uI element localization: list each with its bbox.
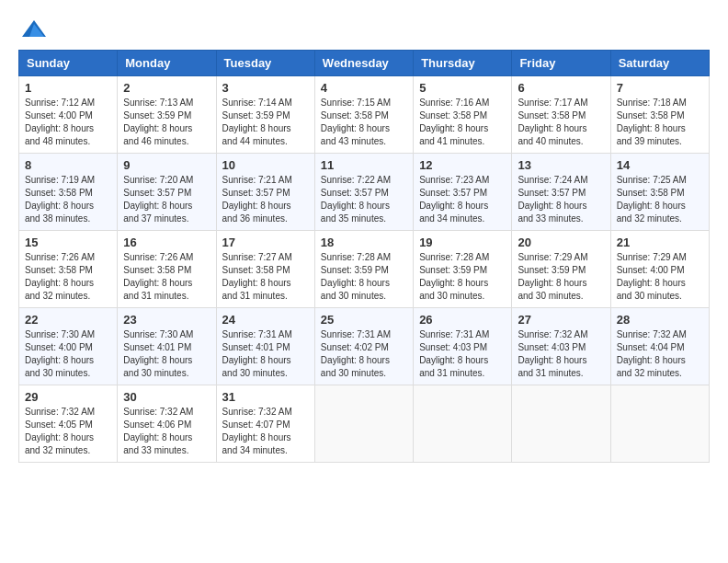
weekday-header: Monday bbox=[118, 51, 216, 76]
day-number: 17 bbox=[222, 236, 309, 249]
day-info: Sunrise: 7:14 AM Sunset: 3:59 PM Dayligh… bbox=[222, 97, 309, 148]
day-number: 2 bbox=[123, 81, 210, 95]
day-info: Sunrise: 7:22 AM Sunset: 3:57 PM Dayligh… bbox=[321, 174, 407, 225]
day-number: 1 bbox=[25, 81, 111, 95]
calendar-day-cell: 13 Sunrise: 7:24 AM Sunset: 3:57 PM Dayl… bbox=[512, 154, 610, 231]
day-info: Sunrise: 7:15 AM Sunset: 3:58 PM Dayligh… bbox=[321, 97, 407, 148]
day-info: Sunrise: 7:21 AM Sunset: 3:57 PM Dayligh… bbox=[222, 174, 309, 225]
calendar-day-cell: 31 Sunrise: 7:32 AM Sunset: 4:07 PM Dayl… bbox=[216, 385, 314, 463]
calendar-day-cell: 24 Sunrise: 7:31 AM Sunset: 4:01 PM Dayl… bbox=[216, 308, 314, 385]
weekday-header: Thursday bbox=[414, 51, 512, 76]
calendar-day-cell: 15 Sunrise: 7:26 AM Sunset: 3:58 PM Dayl… bbox=[19, 231, 118, 308]
calendar-week-row: 22 Sunrise: 7:30 AM Sunset: 4:00 PM Dayl… bbox=[19, 308, 710, 385]
day-number: 14 bbox=[617, 158, 703, 172]
day-info: Sunrise: 7:27 AM Sunset: 3:58 PM Dayligh… bbox=[222, 251, 309, 303]
day-number: 6 bbox=[518, 81, 604, 95]
day-number: 7 bbox=[617, 81, 703, 95]
calendar-empty-cell bbox=[512, 385, 610, 463]
calendar-day-cell: 7 Sunrise: 7:18 AM Sunset: 3:58 PM Dayli… bbox=[610, 76, 709, 154]
day-info: Sunrise: 7:32 AM Sunset: 4:03 PM Dayligh… bbox=[518, 328, 604, 380]
day-number: 23 bbox=[123, 313, 210, 327]
calendar-day-cell: 14 Sunrise: 7:25 AM Sunset: 3:58 PM Dayl… bbox=[610, 154, 709, 231]
calendar-day-cell: 11 Sunrise: 7:22 AM Sunset: 3:57 PM Dayl… bbox=[314, 154, 413, 231]
day-number: 10 bbox=[222, 158, 309, 172]
calendar-day-cell: 12 Sunrise: 7:23 AM Sunset: 3:57 PM Dayl… bbox=[414, 154, 512, 231]
weekday-header: Tuesday bbox=[216, 51, 314, 76]
day-number: 28 bbox=[617, 313, 703, 327]
logo-icon bbox=[20, 18, 48, 40]
calendar-empty-cell bbox=[414, 385, 512, 463]
day-info: Sunrise: 7:23 AM Sunset: 3:57 PM Dayligh… bbox=[419, 174, 506, 225]
day-info: Sunrise: 7:30 AM Sunset: 4:00 PM Dayligh… bbox=[25, 328, 111, 380]
calendar-empty-cell bbox=[610, 385, 709, 463]
day-info: Sunrise: 7:13 AM Sunset: 3:59 PM Dayligh… bbox=[123, 97, 210, 148]
day-number: 12 bbox=[419, 158, 506, 172]
calendar-day-cell: 22 Sunrise: 7:30 AM Sunset: 4:00 PM Dayl… bbox=[19, 308, 118, 385]
day-info: Sunrise: 7:29 AM Sunset: 4:00 PM Dayligh… bbox=[617, 251, 703, 303]
day-info: Sunrise: 7:20 AM Sunset: 3:57 PM Dayligh… bbox=[123, 174, 210, 225]
calendar-day-cell: 29 Sunrise: 7:32 AM Sunset: 4:05 PM Dayl… bbox=[19, 385, 118, 463]
day-number: 20 bbox=[518, 236, 604, 249]
day-number: 18 bbox=[321, 236, 407, 249]
day-number: 27 bbox=[518, 313, 604, 327]
day-number: 13 bbox=[518, 158, 604, 172]
day-info: Sunrise: 7:18 AM Sunset: 3:58 PM Dayligh… bbox=[617, 97, 703, 148]
calendar-day-cell: 4 Sunrise: 7:15 AM Sunset: 3:58 PM Dayli… bbox=[314, 76, 413, 154]
calendar-day-cell: 6 Sunrise: 7:17 AM Sunset: 3:58 PM Dayli… bbox=[512, 76, 610, 154]
day-info: Sunrise: 7:32 AM Sunset: 4:04 PM Dayligh… bbox=[617, 328, 703, 380]
day-number: 8 bbox=[25, 158, 111, 172]
calendar-table: SundayMondayTuesdayWednesdayThursdayFrid… bbox=[18, 50, 710, 463]
day-info: Sunrise: 7:30 AM Sunset: 4:01 PM Dayligh… bbox=[123, 328, 210, 380]
calendar-week-row: 29 Sunrise: 7:32 AM Sunset: 4:05 PM Dayl… bbox=[19, 385, 710, 463]
day-number: 21 bbox=[617, 236, 703, 249]
day-info: Sunrise: 7:24 AM Sunset: 3:57 PM Dayligh… bbox=[518, 174, 604, 225]
day-info: Sunrise: 7:16 AM Sunset: 3:58 PM Dayligh… bbox=[419, 97, 506, 148]
day-number: 15 bbox=[25, 236, 111, 249]
day-number: 29 bbox=[25, 390, 111, 404]
calendar-day-cell: 27 Sunrise: 7:32 AM Sunset: 4:03 PM Dayl… bbox=[512, 308, 610, 385]
day-info: Sunrise: 7:29 AM Sunset: 3:59 PM Dayligh… bbox=[518, 251, 604, 303]
calendar-day-cell: 3 Sunrise: 7:14 AM Sunset: 3:59 PM Dayli… bbox=[216, 76, 314, 154]
day-info: Sunrise: 7:19 AM Sunset: 3:58 PM Dayligh… bbox=[25, 174, 111, 225]
calendar-week-row: 1 Sunrise: 7:12 AM Sunset: 4:00 PM Dayli… bbox=[19, 76, 710, 154]
weekday-header: Friday bbox=[512, 51, 610, 76]
calendar-day-cell: 19 Sunrise: 7:28 AM Sunset: 3:59 PM Dayl… bbox=[414, 231, 512, 308]
day-number: 22 bbox=[25, 313, 111, 327]
day-info: Sunrise: 7:28 AM Sunset: 3:59 PM Dayligh… bbox=[321, 251, 407, 303]
day-number: 19 bbox=[419, 236, 506, 249]
calendar-week-row: 15 Sunrise: 7:26 AM Sunset: 3:58 PM Dayl… bbox=[19, 231, 710, 308]
day-info: Sunrise: 7:28 AM Sunset: 3:59 PM Dayligh… bbox=[419, 251, 506, 303]
calendar-day-cell: 21 Sunrise: 7:29 AM Sunset: 4:00 PM Dayl… bbox=[610, 231, 709, 308]
day-number: 25 bbox=[321, 313, 407, 327]
day-info: Sunrise: 7:32 AM Sunset: 4:07 PM Dayligh… bbox=[222, 406, 309, 457]
day-info: Sunrise: 7:32 AM Sunset: 4:06 PM Dayligh… bbox=[123, 406, 210, 457]
calendar-day-cell: 20 Sunrise: 7:29 AM Sunset: 3:59 PM Dayl… bbox=[512, 231, 610, 308]
logo bbox=[18, 18, 48, 40]
day-info: Sunrise: 7:31 AM Sunset: 4:03 PM Dayligh… bbox=[419, 328, 506, 380]
calendar-day-cell: 25 Sunrise: 7:31 AM Sunset: 4:02 PM Dayl… bbox=[314, 308, 413, 385]
day-info: Sunrise: 7:12 AM Sunset: 4:00 PM Dayligh… bbox=[25, 97, 111, 148]
calendar-day-cell: 23 Sunrise: 7:30 AM Sunset: 4:01 PM Dayl… bbox=[118, 308, 216, 385]
calendar-day-cell: 26 Sunrise: 7:31 AM Sunset: 4:03 PM Dayl… bbox=[414, 308, 512, 385]
day-number: 31 bbox=[222, 390, 309, 404]
day-info: Sunrise: 7:26 AM Sunset: 3:58 PM Dayligh… bbox=[25, 251, 111, 303]
day-number: 9 bbox=[123, 158, 210, 172]
calendar-day-cell: 8 Sunrise: 7:19 AM Sunset: 3:58 PM Dayli… bbox=[19, 154, 118, 231]
day-number: 24 bbox=[222, 313, 309, 327]
day-number: 30 bbox=[123, 390, 210, 404]
weekday-header: Sunday bbox=[19, 51, 118, 76]
calendar-day-cell: 30 Sunrise: 7:32 AM Sunset: 4:06 PM Dayl… bbox=[118, 385, 216, 463]
weekday-header: Saturday bbox=[610, 51, 709, 76]
calendar-empty-cell bbox=[314, 385, 413, 463]
day-number: 16 bbox=[123, 236, 210, 249]
calendar-day-cell: 2 Sunrise: 7:13 AM Sunset: 3:59 PM Dayli… bbox=[118, 76, 216, 154]
calendar-week-row: 8 Sunrise: 7:19 AM Sunset: 3:58 PM Dayli… bbox=[19, 154, 710, 231]
day-number: 11 bbox=[321, 158, 407, 172]
calendar-day-cell: 28 Sunrise: 7:32 AM Sunset: 4:04 PM Dayl… bbox=[610, 308, 709, 385]
calendar-header-row: SundayMondayTuesdayWednesdayThursdayFrid… bbox=[19, 51, 710, 76]
day-number: 26 bbox=[419, 313, 506, 327]
day-number: 5 bbox=[419, 81, 506, 95]
day-info: Sunrise: 7:31 AM Sunset: 4:02 PM Dayligh… bbox=[321, 328, 407, 380]
day-info: Sunrise: 7:26 AM Sunset: 3:58 PM Dayligh… bbox=[123, 251, 210, 303]
day-info: Sunrise: 7:31 AM Sunset: 4:01 PM Dayligh… bbox=[222, 328, 309, 380]
